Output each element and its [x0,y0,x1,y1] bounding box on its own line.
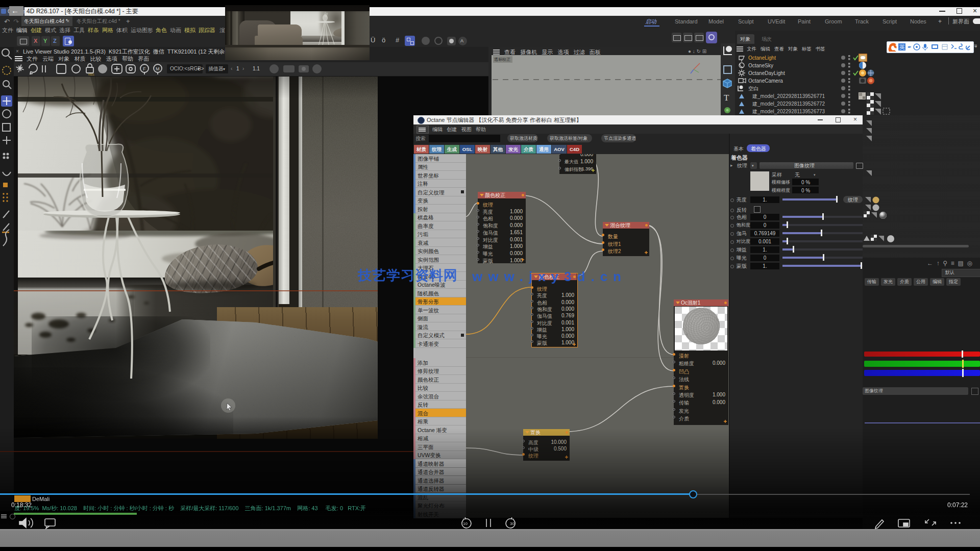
svg-text:▾: ▾ [198,67,200,71]
svg-text:空白: 空白 [748,86,758,91]
svg-text:OctaneSky: OctaneSky [748,63,773,68]
svg-text:T: T [724,93,729,103]
svg-text:›: › [242,66,244,71]
svg-text:英: 英 [899,44,905,50]
svg-text:建_model_20229281139526773: 建_model_20229281139526773 [752,109,825,114]
svg-text:‹: ‹ [231,66,232,71]
svg-text:K921: K921 [88,73,94,76]
svg-text:▾: ▾ [223,67,225,71]
svg-text:OctaneLight: OctaneLight [748,55,776,61]
svg-text:1.1: 1.1 [253,66,260,71]
svg-text:建_model_20229281139526771: 建_model_20229281139526771 [752,93,825,99]
svg-text:OctaneDayLight: OctaneDayLight [748,70,785,76]
svg-text:OctaneCamera: OctaneCamera [748,78,783,84]
svg-text:F: F [143,66,146,71]
svg-text:建_model_20229281139526772: 建_model_20229281139526772 [752,101,825,107]
svg-text:1: 1 [236,66,239,71]
svg-text:M: M [156,66,160,71]
svg-text:✒: ✒ [908,44,912,50]
svg-text:插值器: 插值器 [208,66,224,71]
